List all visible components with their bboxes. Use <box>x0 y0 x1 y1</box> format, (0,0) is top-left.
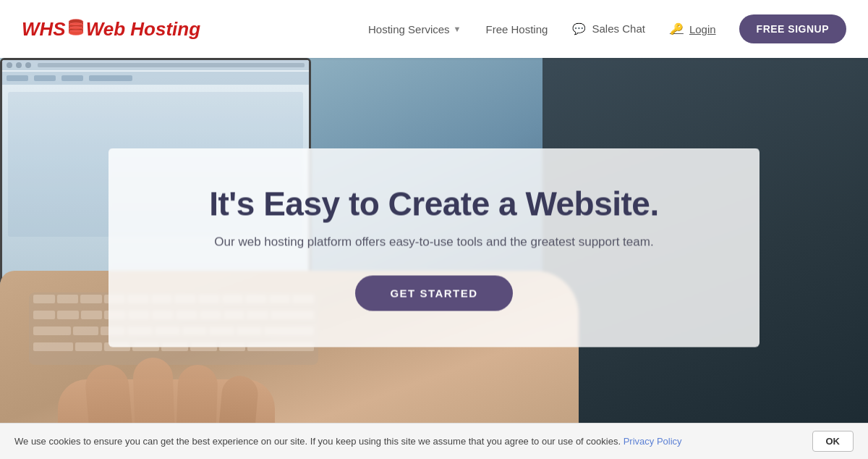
hero-subtitle: Our web hosting platform offers easy-to-… <box>152 235 716 250</box>
navbar: WHS Web Hosting Hosting Services <box>0 0 868 58</box>
privacy-policy-link[interactable]: Privacy Policy <box>624 436 682 447</box>
chevron-down-icon: ▼ <box>454 25 461 33</box>
logo-text-part2: Web Hosting <box>86 18 200 41</box>
free-signup-button[interactable]: FREE SIGNUP <box>739 14 846 43</box>
database-icon <box>66 17 86 41</box>
cookie-ok-button[interactable]: OK <box>812 431 854 452</box>
hero-title: It's Easy to Create a Website. <box>152 185 716 224</box>
sign-in-icon: 🔑 <box>670 22 684 35</box>
hosting-services-link[interactable]: Hosting Services ▼ <box>359 19 469 40</box>
hero-content-box: It's Easy to Create a Website. Our web h… <box>109 148 760 348</box>
cookie-banner: We use cookies to ensure you can get the… <box>0 423 868 459</box>
logo-text-part1: WHS <box>22 18 66 41</box>
hero-section: It's Easy to Create a Website. Our web h… <box>0 58 868 437</box>
nav-links: Hosting Services ▼ Free Hosting 💬 Sales … <box>359 14 846 43</box>
login-link[interactable]: 🔑 Login <box>661 18 725 40</box>
free-hosting-link[interactable]: Free Hosting <box>477 19 556 40</box>
get-started-button[interactable]: GET STARTED <box>355 276 512 311</box>
sales-chat-link[interactable]: 💬 Sales Chat <box>563 18 654 40</box>
cookie-text: We use cookies to ensure you can get the… <box>14 436 682 447</box>
chat-icon: 💬 <box>572 22 586 35</box>
brand-logo[interactable]: WHS Web Hosting <box>22 17 200 41</box>
